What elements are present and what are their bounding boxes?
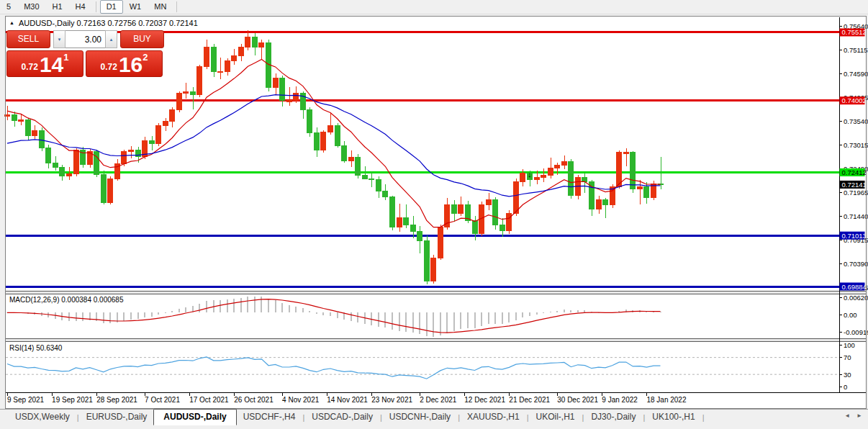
volume-input[interactable] bbox=[65, 30, 105, 48]
date-tick-label: 9 Jan 2022 bbox=[602, 396, 638, 404]
volume-decrease-button[interactable]: ▼ bbox=[53, 30, 65, 48]
chart-window-title: ▲ AUDUSD-,Daily 0.72163 0.72756 0.72037 … bbox=[9, 18, 198, 27]
candle-body bbox=[651, 184, 656, 198]
candle-body bbox=[307, 109, 312, 133]
tab-usdcad-daily[interactable]: USDCAD-,Daily bbox=[305, 410, 379, 425]
price-badge-label: 0.69884 bbox=[842, 283, 867, 291]
toolbar-separator bbox=[96, 1, 96, 12]
candle-body bbox=[624, 153, 629, 154]
volume-control: ▼ ▲ bbox=[53, 30, 117, 48]
candle-body bbox=[163, 122, 168, 126]
candle-body bbox=[294, 94, 299, 101]
tab-separator: | bbox=[643, 413, 645, 422]
candle-body bbox=[500, 225, 505, 230]
date-tick-label: 18 Jan 2022 bbox=[646, 396, 686, 404]
tab-usdchf-h4[interactable]: USDCHF-,H4 bbox=[237, 410, 302, 425]
candle-body bbox=[452, 204, 457, 214]
date-tick-label: 23 Nov 2021 bbox=[371, 396, 412, 404]
macd-label: MACD(12,26,9) 0.000384 0.000685 bbox=[9, 296, 123, 304]
tab-separator: | bbox=[302, 413, 304, 422]
candle-body bbox=[280, 78, 285, 100]
candle-body bbox=[520, 173, 525, 182]
tab-separator: | bbox=[77, 413, 79, 422]
candle-body bbox=[541, 175, 546, 177]
date-tick-label: 7 Oct 2021 bbox=[145, 396, 180, 404]
candle-body bbox=[259, 43, 264, 48]
candle-body bbox=[150, 140, 155, 143]
date-tick-label: 4 Nov 2021 bbox=[282, 396, 320, 404]
rsi-label: RSI(14) 50.6340 bbox=[9, 344, 62, 352]
rsi-axis-label: 100 bbox=[844, 341, 855, 349]
price-badge-label: 0.71013 bbox=[842, 232, 867, 240]
candle-body bbox=[218, 71, 223, 73]
volume-increase-button[interactable]: ▲ bbox=[105, 30, 117, 48]
price-tick-label: 0.75115 bbox=[844, 46, 868, 54]
date-tick-label: 21 Dec 2021 bbox=[509, 396, 550, 404]
macd-name: MACD(12,26,9) bbox=[9, 296, 59, 304]
price-tick-label: 0.71965 bbox=[844, 189, 868, 197]
buy-price-prefix: 0.72 bbox=[101, 62, 117, 72]
candle-body bbox=[101, 174, 107, 203]
timeframe-button-h1[interactable]: H1 bbox=[46, 0, 69, 14]
date-tick-label: 19 Sep 2021 bbox=[52, 396, 93, 404]
candle-body bbox=[191, 91, 196, 94]
timeframe-button-w1[interactable]: W1 bbox=[123, 0, 148, 14]
trading-platform-window: 5M30H1H4D1W1MN ↓0.756400.751150.745900.7… bbox=[0, 0, 868, 429]
candle-body bbox=[245, 37, 250, 48]
price-badge-label: 0.74002 bbox=[842, 96, 867, 104]
tab-dj30-daily[interactable]: DJ30-,Daily bbox=[584, 410, 642, 425]
buy-button[interactable]: BUY bbox=[120, 30, 164, 48]
timeframe-button-mn[interactable]: MN bbox=[148, 0, 173, 14]
buy-price-box[interactable]: 0.72 16 2 bbox=[86, 50, 163, 77]
price-tick-label: 0.70390 bbox=[844, 260, 868, 268]
candle-body bbox=[177, 93, 182, 109]
tab-xauusd-h1[interactable]: XAUUSD-,H1 bbox=[461, 410, 526, 425]
tab-uk100-h1[interactable]: UK100-,H1 bbox=[646, 410, 701, 425]
candle-body bbox=[253, 37, 258, 48]
candle-body bbox=[562, 162, 567, 166]
tab-audusd-daily[interactable]: AUDUSD-,Daily bbox=[153, 409, 236, 425]
candle-body bbox=[225, 61, 230, 71]
candle-body bbox=[411, 225, 416, 231]
candle-body bbox=[170, 109, 175, 121]
candle-body bbox=[458, 204, 464, 214]
candle-body bbox=[417, 232, 422, 241]
candle-body bbox=[466, 204, 471, 220]
date-tick-label: 2 Dec 2021 bbox=[420, 396, 457, 404]
candle-body bbox=[349, 157, 354, 161]
tab-eurusd-daily[interactable]: EURUSD-,Daily bbox=[80, 410, 154, 425]
tab-ukoil-h1[interactable]: UKOil-,H1 bbox=[530, 410, 582, 425]
candle-body bbox=[589, 182, 595, 209]
candle-body bbox=[431, 258, 436, 281]
timeframe-button-h4[interactable]: H4 bbox=[69, 0, 92, 14]
collapse-triangle-icon[interactable]: ▲ bbox=[9, 19, 14, 27]
candle-body bbox=[156, 125, 161, 143]
sell-price-box[interactable]: 0.72 14 1 bbox=[6, 50, 83, 77]
price-tick-label: 0.74590 bbox=[844, 70, 868, 78]
candle-body bbox=[239, 48, 244, 55]
candle-body bbox=[597, 200, 602, 209]
candle-body bbox=[342, 146, 347, 161]
timeframe-button-m30[interactable]: M30 bbox=[17, 0, 45, 14]
date-tick-label: 12 Dec 2021 bbox=[464, 396, 505, 404]
tab-scroll-left-icon[interactable]: ◄ bbox=[844, 412, 850, 419]
tab-scroll-right-icon[interactable]: ► bbox=[856, 412, 862, 419]
candle-body bbox=[204, 48, 209, 67]
candle-body bbox=[67, 173, 72, 176]
candle-body bbox=[46, 148, 51, 163]
candle-body bbox=[569, 162, 574, 196]
timeframe-button-5[interactable]: 5 bbox=[0, 0, 17, 14]
candle-body bbox=[535, 177, 540, 179]
candle-body bbox=[108, 179, 113, 202]
tab-usdx-weekly[interactable]: USDX,Weekly bbox=[9, 410, 76, 425]
sell-button[interactable]: SELL bbox=[6, 30, 50, 48]
timeframe-button-d1[interactable]: D1 bbox=[100, 0, 123, 14]
macd-axis-label: 0.00 bbox=[844, 311, 857, 319]
rsi-axis-label: 0 bbox=[844, 383, 847, 391]
candle-body bbox=[94, 151, 99, 174]
candle-body bbox=[438, 227, 443, 258]
candle-body bbox=[644, 186, 649, 198]
tab-usdcnh-daily[interactable]: USDCNH-,Daily bbox=[383, 410, 457, 425]
candle-body bbox=[638, 186, 643, 189]
candle-body bbox=[184, 91, 189, 93]
